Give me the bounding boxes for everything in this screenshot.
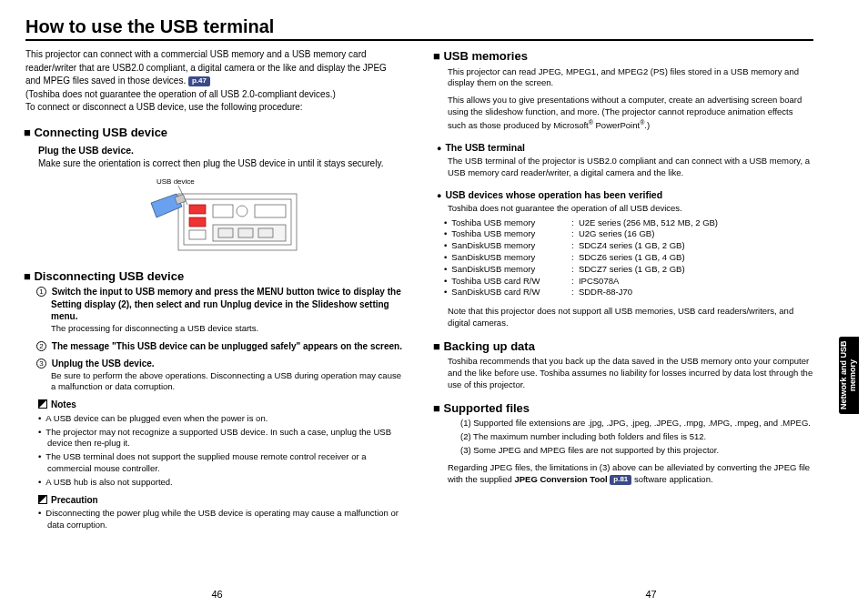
page-title: How to use the USB terminal: [25, 16, 813, 41]
figure-label: USB device: [156, 177, 195, 187]
supported-item: (1) Supported file extensions are .jpg, …: [460, 418, 813, 429]
backup-text: Toshiba recommends that you back up the …: [448, 356, 813, 390]
connecting-sub: Plug the USB device.: [38, 144, 404, 157]
usb-terminal-heading: The USB terminal: [437, 141, 813, 154]
section-disconnecting: ■ Disconnecting USB device: [24, 268, 404, 285]
intro-line: and MPEG files saved in those devices. p…: [25, 75, 404, 87]
device-name: Toshiba USB memory: [453, 228, 571, 240]
usb-device-figure: USB device: [124, 177, 306, 259]
device-name: SanDiskUSB memory: [453, 252, 571, 264]
text-frag: software application.: [631, 474, 712, 484]
step-number-icon: 3: [36, 358, 46, 369]
step-3-text: Unplug the USB device.: [52, 358, 155, 369]
svg-rect-4: [189, 230, 206, 239]
table-row: SanDiskUSB memorySDCZ4 series (1 GB, 2 G…: [453, 240, 813, 252]
table-row: SanDiskUSB card R/WSDDR-88-J70: [453, 287, 813, 298]
note-item: The projector may not recognize a suppor…: [47, 427, 404, 450]
right-column: ■ USB memories This projector can read J…: [435, 48, 813, 533]
verified-heading: USB devices whose operation has been ver…: [437, 188, 813, 201]
intro-line: This projector can connect with a commer…: [25, 48, 404, 61]
verified-note: Note that this projector does not suppor…: [448, 306, 813, 329]
intro-line: reader/writer that are USB2.0 compliant,…: [25, 62, 404, 75]
notes-heading: Notes: [38, 399, 404, 411]
svg-rect-10: [238, 228, 253, 237]
precaution-heading: Precaution: [38, 494, 404, 507]
table-row: Toshiba USB card R/WIPCS078A: [453, 276, 813, 288]
section-connecting: ■ Connecting USB device: [24, 125, 404, 141]
step-2-text: The message "This USB device can be unpl…: [52, 341, 402, 351]
device-name: Toshiba USB memory: [453, 217, 571, 229]
device-detail: U2E series (256 MB, 512 MB, 2 GB): [571, 217, 718, 229]
page-number-left: 46: [0, 589, 434, 600]
svg-rect-2: [189, 205, 206, 214]
section-tab: Network and USB memory: [839, 337, 859, 414]
supported-list: (1) Supported file extensions are .jpg, …: [460, 418, 813, 456]
verified-lead: Toshiba does not guarantee the operation…: [448, 203, 813, 215]
svg-rect-11: [258, 228, 273, 237]
note-item: The USB terminal does not support the su…: [47, 451, 404, 475]
tool-name: JPEG Conversion Tool: [514, 474, 607, 484]
section-usb-memories: ■ USB memories: [433, 48, 813, 65]
table-row: SanDiskUSB memorySDCZ6 series (1 GB, 4 G…: [453, 252, 813, 264]
text-frag: .): [644, 120, 650, 130]
page-number-right: 47: [434, 589, 868, 600]
left-column: This projector can connect with a commer…: [25, 48, 404, 533]
supported-item: (3) Some JPEG and MPEG files are not sup…: [460, 445, 813, 457]
device-detail: SDCZ7 series (1 GB, 2 GB): [571, 264, 685, 276]
table-row: Toshiba USB memoryU2G series (16 GB): [453, 228, 813, 240]
svg-rect-9: [218, 228, 233, 237]
svg-rect-3: [189, 217, 206, 227]
step-number-icon: 1: [36, 287, 46, 297]
note-item: A USB device can be plugged even when th…: [47, 413, 404, 425]
usbmem-p2: This allows you to give presentations wi…: [448, 95, 813, 132]
step-1: 1 Switch the input to USB memory and pre…: [51, 286, 404, 334]
device-detail: SDDR-88-J70: [571, 287, 632, 298]
device-detail: SDCZ6 series (1 GB, 4 GB): [571, 252, 685, 264]
section-supported: ■ Supported files: [433, 400, 813, 417]
note-item: A USB hub is also not supported.: [47, 477, 404, 489]
step-2: 2 The message "This USB device can be un…: [51, 340, 404, 353]
device-name: SanDiskUSB card R/W: [453, 287, 571, 298]
connecting-text: Make sure the orientation is correct the…: [38, 157, 404, 170]
step-number-icon: 2: [36, 341, 46, 351]
supported-tail: Regarding JPEG files, the limitations in…: [448, 462, 813, 486]
step-3: 3 Unplug the USB device. Be sure to perf…: [51, 358, 404, 393]
section-backup: ■ Backing up data: [433, 338, 813, 355]
intro-text-frag: and MPEG files saved in those devices.: [25, 76, 188, 86]
step-3-note: Be sure to perform the above operations.…: [51, 370, 404, 394]
device-name: SanDiskUSB memory: [453, 264, 571, 276]
supported-item: (2) The maximum number including both fo…: [460, 431, 813, 443]
intro-line: To connect or disconnect a USB device, u…: [25, 101, 404, 114]
text-frag: PowerPoint: [593, 120, 640, 130]
precaution-item: Disconnecting the power plug while the U…: [47, 508, 404, 531]
device-detail: SDCZ4 series (1 GB, 2 GB): [571, 240, 685, 252]
step-1-note: The processing for disconnecting a USB d…: [51, 323, 404, 335]
intro-text: This projector can connect with a commer…: [25, 48, 404, 114]
usb-terminal-text: The USB terminal of the projector is USB…: [448, 156, 813, 179]
table-row: Toshiba USB memoryU2E series (256 MB, 51…: [453, 217, 813, 229]
device-name: Toshiba USB card R/W: [453, 276, 571, 288]
usbmem-p1: This projector can read JPEG, MPEG1, and…: [448, 66, 813, 90]
device-detail: IPCS078A: [571, 276, 619, 288]
intro-line: (Toshiba does not guarantee the operatio…: [25, 88, 404, 101]
step-1-text: Switch the input to USB memory and press…: [51, 287, 401, 321]
device-detail: U2G series (16 GB): [571, 228, 654, 240]
verified-device-table: Toshiba USB memoryU2E series (256 MB, 51…: [453, 217, 813, 299]
page-ref-badge: p.47: [188, 76, 210, 86]
device-name: SanDiskUSB memory: [453, 240, 571, 252]
table-row: SanDiskUSB memorySDCZ7 series (1 GB, 2 G…: [453, 264, 813, 276]
page-ref-badge: p.81: [610, 475, 631, 485]
precaution-list: Disconnecting the power plug while the U…: [47, 508, 404, 531]
notes-list: A USB device can be plugged even when th…: [47, 413, 404, 489]
page-numbers: 46 47: [0, 589, 868, 600]
